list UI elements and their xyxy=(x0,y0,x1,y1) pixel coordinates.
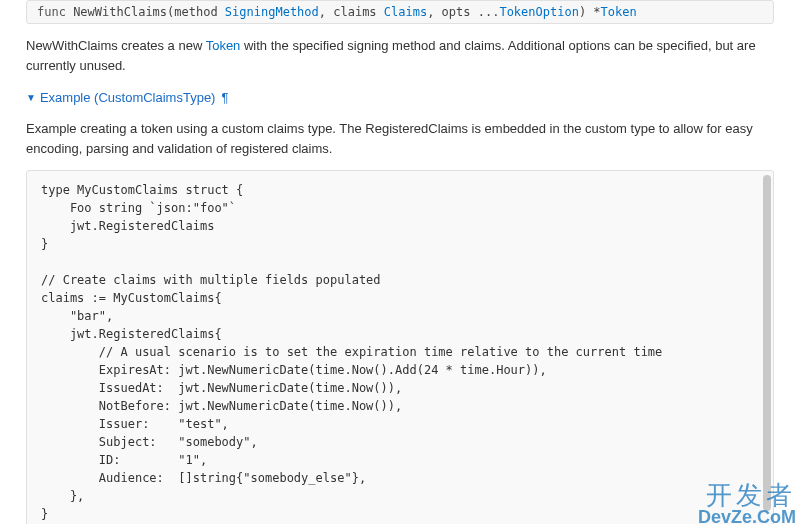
function-description: NewWithClaims creates a new Token with t… xyxy=(26,36,774,75)
example-toggle-label: Example (CustomClaimsType) xyxy=(40,90,216,105)
permalink-icon[interactable]: ¶ xyxy=(221,90,228,105)
function-signature: func NewWithClaims(method SigningMethod,… xyxy=(26,0,774,24)
type-signingmethod[interactable]: SigningMethod xyxy=(225,5,319,19)
code-example[interactable]: type MyCustomClaims struct { Foo string … xyxy=(27,171,773,524)
type-claims[interactable]: Claims xyxy=(384,5,427,19)
code-example-container: type MyCustomClaims struct { Foo string … xyxy=(26,170,774,524)
example-description: Example creating a token using a custom … xyxy=(26,119,774,158)
token-link[interactable]: Token xyxy=(206,38,241,53)
type-token[interactable]: Token xyxy=(601,5,637,19)
keyword-func: func xyxy=(37,5,66,19)
type-tokenoption[interactable]: TokenOption xyxy=(499,5,578,19)
caret-down-icon: ▼ xyxy=(26,92,36,103)
example-toggle[interactable]: ▼ Example (CustomClaimsType) ¶ xyxy=(26,90,228,105)
